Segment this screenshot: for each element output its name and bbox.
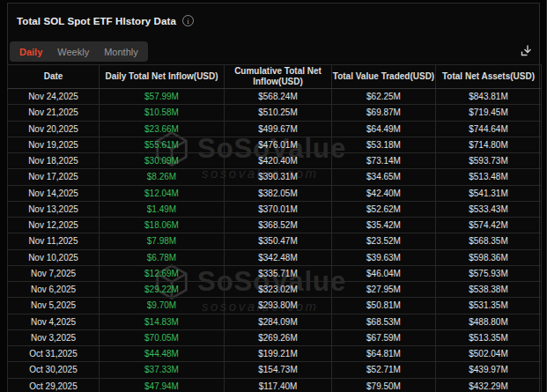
col-header-daily-inflow: Daily Total Net Inflow(USD) bbox=[100, 65, 225, 89]
cumulative-inflow-cell: $154.73M bbox=[225, 362, 332, 378]
cumulative-inflow-cell: $342.48M bbox=[225, 249, 332, 265]
date-cell: Oct 31,2025 bbox=[8, 346, 100, 362]
net-assets-cell: $598.36M bbox=[436, 249, 542, 265]
net-assets-cell: $502.04M bbox=[436, 346, 542, 362]
etf-history-table: Date Daily Total Net Inflow(USD) Cumulat… bbox=[7, 64, 542, 392]
net-assets-cell: $574.42M bbox=[436, 218, 542, 233]
daily-inflow-cell: $29.22M bbox=[100, 282, 225, 298]
date-cell: Nov 5,2025 bbox=[8, 298, 100, 314]
value-traded-cell: $62.25M bbox=[332, 89, 436, 105]
net-assets-cell: $568.35M bbox=[436, 233, 542, 249]
net-assets-cell: $432.29M bbox=[436, 378, 542, 392]
date-cell: Oct 29,2025 bbox=[8, 378, 100, 392]
period-tabs: Daily Weekly Monthly bbox=[10, 41, 148, 62]
info-icon[interactable]: i bbox=[182, 15, 194, 26]
page-title: Total SOL Spot ETF HIstory Data bbox=[17, 16, 176, 26]
date-cell: Nov 21,2025 bbox=[8, 105, 100, 121]
net-assets-cell: $513.48M bbox=[436, 169, 542, 185]
value-traded-cell: $46.04M bbox=[332, 265, 436, 281]
tab-monthly[interactable]: Monthly bbox=[104, 47, 138, 57]
table-row: Nov 13,2025$1.49M$370.01M$52.62M$533.43M bbox=[8, 201, 542, 217]
daily-inflow-cell: $30.09M bbox=[100, 153, 225, 169]
net-assets-cell: $593.73M bbox=[436, 153, 542, 169]
table-row: Nov 3,2025$70.05M$269.26M$67.59M$513.35M bbox=[8, 329, 542, 345]
value-traded-cell: $52.62M bbox=[332, 201, 436, 217]
col-header-cumulative-inflow: Cumulative Total Net Inflow(USD) bbox=[225, 65, 332, 89]
date-cell: Nov 18,2025 bbox=[8, 153, 100, 169]
cumulative-inflow-cell: $117.40M bbox=[225, 378, 332, 392]
daily-inflow-cell: $44.48M bbox=[100, 346, 225, 362]
cumulative-inflow-cell: $269.26M bbox=[225, 329, 332, 345]
etf-history-panel: Total SOL Spot ETF HIstory Data i Daily … bbox=[7, 3, 540, 392]
date-cell: Nov 17,2025 bbox=[8, 169, 100, 185]
table-row: Nov 7,2025$12.69M$335.71M$46.04M$575.93M bbox=[8, 265, 542, 281]
net-assets-cell: $575.93M bbox=[436, 265, 542, 281]
cumulative-inflow-cell: $323.02M bbox=[225, 282, 332, 298]
col-header-net-assets: Total Net Assets(USD) bbox=[436, 65, 542, 89]
cumulative-inflow-cell: $420.40M bbox=[225, 153, 332, 169]
cumulative-inflow-cell: $370.01M bbox=[225, 201, 332, 217]
table-header-row: Date Daily Total Net Inflow(USD) Cumulat… bbox=[8, 65, 542, 89]
col-header-value-traded: Total Value Traded(USD) bbox=[332, 65, 436, 89]
net-assets-cell: $488.80M bbox=[436, 314, 542, 329]
date-cell: Nov 13,2025 bbox=[8, 201, 100, 217]
value-traded-cell: $53.18M bbox=[332, 137, 436, 152]
value-traded-cell: $34.65M bbox=[332, 169, 436, 185]
cumulative-inflow-cell: $335.71M bbox=[225, 265, 332, 281]
value-traded-cell: $35.42M bbox=[332, 218, 436, 233]
table-row: Nov 10,2025$6.78M$342.48M$39.63M$598.36M bbox=[8, 249, 542, 265]
daily-inflow-cell: $23.66M bbox=[100, 121, 225, 137]
date-cell: Nov 10,2025 bbox=[8, 249, 100, 265]
table-row: Nov 5,2025$9.70M$293.80M$50.81M$531.35M bbox=[8, 298, 542, 314]
daily-inflow-cell: $8.26M bbox=[100, 169, 225, 185]
net-assets-cell: $719.45M bbox=[436, 105, 542, 121]
net-assets-cell: $538.38M bbox=[436, 282, 542, 298]
cumulative-inflow-cell: $390.31M bbox=[225, 169, 332, 185]
date-cell: Nov 3,2025 bbox=[8, 329, 100, 345]
table-row: Nov 21,2025$10.58M$510.25M$69.87M$719.45… bbox=[8, 105, 542, 121]
daily-inflow-cell: $57.99M bbox=[100, 89, 225, 105]
daily-inflow-cell: $12.69M bbox=[100, 265, 225, 281]
value-traded-cell: $50.81M bbox=[332, 298, 436, 314]
value-traded-cell: $68.53M bbox=[332, 314, 436, 329]
date-cell: Nov 14,2025 bbox=[8, 185, 100, 201]
cumulative-inflow-cell: $368.52M bbox=[225, 218, 332, 233]
download-icon[interactable] bbox=[520, 43, 536, 59]
daily-inflow-cell: $14.83M bbox=[100, 314, 225, 329]
date-cell: Nov 6,2025 bbox=[8, 282, 100, 298]
date-cell: Nov 12,2025 bbox=[8, 218, 100, 233]
cumulative-inflow-cell: $476.01M bbox=[225, 137, 332, 152]
tab-daily[interactable]: Daily bbox=[19, 47, 42, 57]
table-row: Nov 20,2025$23.66M$499.67M$64.49M$744.64… bbox=[8, 121, 542, 137]
value-traded-cell: $27.95M bbox=[332, 282, 436, 298]
value-traded-cell: $67.59M bbox=[332, 329, 436, 345]
table-row: Nov 18,2025$30.09M$420.40M$73.14M$593.73… bbox=[8, 153, 542, 169]
table-row: Nov 17,2025$8.26M$390.31M$34.65M$513.48M bbox=[8, 169, 542, 185]
table-row: Oct 31,2025$44.48M$199.21M$64.81M$502.04… bbox=[8, 346, 542, 362]
value-traded-cell: $64.81M bbox=[332, 346, 436, 362]
cumulative-inflow-cell: $499.67M bbox=[225, 121, 332, 137]
date-cell: Oct 30,2025 bbox=[8, 362, 100, 378]
table-row: Oct 30,2025$37.33M$154.73M$52.71M$439.97… bbox=[8, 362, 542, 378]
cumulative-inflow-cell: $284.09M bbox=[225, 314, 332, 329]
net-assets-cell: $541.31M bbox=[436, 185, 542, 201]
col-header-date: Date bbox=[8, 65, 100, 89]
cumulative-inflow-cell: $382.05M bbox=[225, 185, 332, 201]
table-row: Nov 19,2025$55.61M$476.01M$53.18M$714.80… bbox=[8, 137, 542, 152]
net-assets-cell: $439.97M bbox=[436, 362, 542, 378]
net-assets-cell: $533.43M bbox=[436, 201, 542, 217]
tab-weekly[interactable]: Weekly bbox=[57, 47, 89, 57]
table-row: Oct 29,2025$47.94M$117.40M$79.50M$432.29… bbox=[8, 378, 542, 392]
table-row: Nov 4,2025$14.83M$284.09M$68.53M$488.80M bbox=[8, 314, 542, 329]
value-traded-cell: $64.49M bbox=[332, 121, 436, 137]
cumulative-inflow-cell: $293.80M bbox=[225, 298, 332, 314]
panel-header: Total SOL Spot ETF HIstory Data i bbox=[17, 15, 194, 26]
cumulative-inflow-cell: $568.24M bbox=[225, 89, 332, 105]
net-assets-cell: $714.80M bbox=[436, 137, 542, 152]
date-cell: Nov 19,2025 bbox=[8, 137, 100, 152]
value-traded-cell: $23.52M bbox=[332, 233, 436, 249]
date-cell: Nov 20,2025 bbox=[8, 121, 100, 137]
daily-inflow-cell: $37.33M bbox=[100, 362, 225, 378]
daily-inflow-cell: $12.04M bbox=[100, 185, 225, 201]
cumulative-inflow-cell: $350.47M bbox=[225, 233, 332, 249]
